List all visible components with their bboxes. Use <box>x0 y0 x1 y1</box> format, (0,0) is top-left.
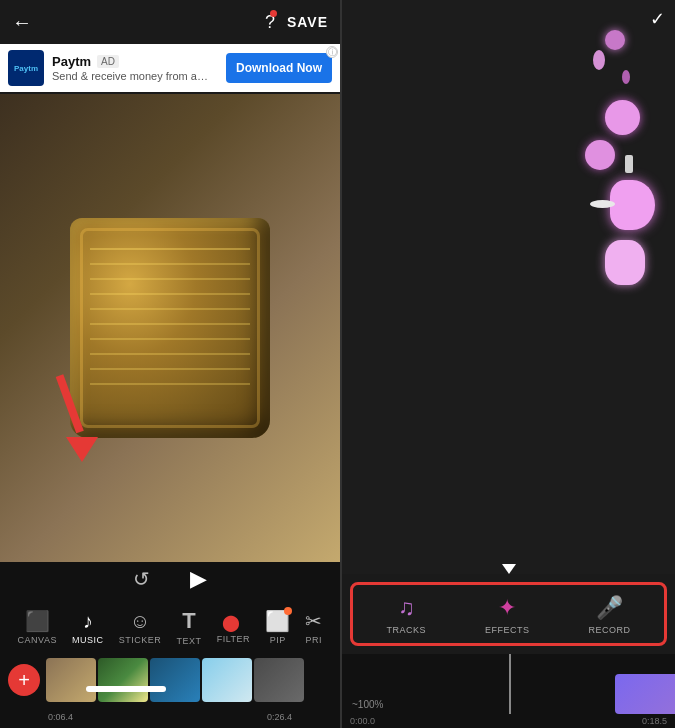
filter-label: FILTER <box>217 634 250 644</box>
record-label: RECORD <box>588 625 630 635</box>
text-label: TEXT <box>176 636 201 646</box>
music-bar <box>86 686 166 692</box>
video-preview <box>0 94 340 562</box>
time-end: 0:26.4 <box>267 712 292 722</box>
ad-logo: Paytm <box>8 50 44 86</box>
sticker-label: STICKER <box>119 635 162 645</box>
add-clip-button[interactable]: + <box>8 664 40 696</box>
right-timeline: ~100% <box>342 654 675 714</box>
ad-text: Paytm AD Send & receive money from any p… <box>52 54 226 82</box>
canvas-icon: ⬛ <box>25 609 50 633</box>
timeline: + <box>0 650 340 710</box>
save-button[interactable]: SAVE <box>287 14 328 30</box>
timeline-track <box>46 658 332 702</box>
tool-music[interactable]: ♪ MUSIC <box>66 606 110 649</box>
top-bar-right: ? SAVE <box>265 12 328 33</box>
left-panel: ← ? SAVE Paytm Paytm AD Send & receive m… <box>0 0 340 728</box>
top-bar: ← ? SAVE <box>0 0 340 44</box>
clip-thumb-2[interactable] <box>98 658 148 702</box>
tool-canvas[interactable]: ⬛ CANVAS <box>12 605 63 649</box>
ad-download-button[interactable]: Download Now <box>226 53 332 83</box>
text-icon: T <box>182 608 195 634</box>
effects-label: EFFECTS <box>485 625 530 635</box>
right-timeline-thumb[interactable] <box>615 674 675 714</box>
right-panel: ✓ ♫ TRACKS ✦ EFFECTS 🎤 RECORD ~100% <box>342 0 675 728</box>
right-controls-area: ♫ TRACKS ✦ EFFECTS 🎤 RECORD ~100% 0:00.0… <box>342 574 675 728</box>
record-button[interactable]: 🎤 RECORD <box>588 595 630 635</box>
video-content <box>70 218 270 438</box>
confirm-button[interactable]: ✓ <box>650 8 665 30</box>
pri-icon: ✂ <box>305 609 322 633</box>
pip-dot <box>284 607 292 615</box>
tool-pip[interactable]: ⬜ PIP <box>259 605 296 649</box>
right-video-bg <box>342 0 675 574</box>
tool-sticker[interactable]: ☺ STICKER <box>113 606 168 649</box>
canvas-label: CANVAS <box>18 635 57 645</box>
undo-button[interactable]: ↺ <box>133 567 150 591</box>
record-icon: 🎤 <box>596 595 623 621</box>
music-label: MUSIC <box>72 635 104 645</box>
flower-1 <box>605 30 625 50</box>
flower-3 <box>605 100 640 135</box>
ad-badge: AD <box>97 55 119 68</box>
flower-6 <box>590 200 615 208</box>
help-button[interactable]: ? <box>265 12 275 33</box>
ad-info-icon[interactable]: ⓘ <box>326 46 338 58</box>
flower-5 <box>610 180 655 230</box>
tracks-icon: ♫ <box>398 595 415 621</box>
effects-button[interactable]: ✦ EFFECTS <box>485 595 530 635</box>
clip-thumb-4[interactable] <box>202 658 252 702</box>
toolbar-icons: ⬛ CANVAS ♪ MUSIC ☺ STICKER T TEXT ⬤ FILT… <box>0 604 340 650</box>
ad-title-row: Paytm AD <box>52 54 226 69</box>
sticker-icon: ☺ <box>130 610 150 633</box>
tool-filter[interactable]: ⬤ FILTER <box>211 606 256 648</box>
ad-subtitle: Send & receive money from any phone ... <box>52 70 212 82</box>
clip-thumb-1[interactable] <box>46 658 96 702</box>
ad-banner: Paytm Paytm AD Send & receive money from… <box>0 44 340 92</box>
clip-thumb-5[interactable] <box>254 658 304 702</box>
pri-label: PRI <box>306 635 323 645</box>
playhead-triangle <box>502 564 516 574</box>
controls-box: ♫ TRACKS ✦ EFFECTS 🎤 RECORD <box>350 582 667 646</box>
ad-company-name: Paytm <box>52 54 91 69</box>
back-button[interactable]: ← <box>12 11 32 34</box>
flower-4 <box>622 70 630 84</box>
flower-8 <box>605 240 645 285</box>
flowers-scene <box>342 0 675 574</box>
music-icon: ♪ <box>83 610 93 633</box>
tracks-label: TRACKS <box>386 625 426 635</box>
effects-icon: ✦ <box>498 595 516 621</box>
time-start: 0:06.4 <box>48 712 73 722</box>
bottom-toolbar: ⬛ CANVAS ♪ MUSIC ☺ STICKER T TEXT ⬤ FILT… <box>0 596 340 728</box>
pip-label: PIP <box>270 635 286 645</box>
notification-dot <box>270 10 277 17</box>
current-time: 0:00.0 <box>350 716 375 726</box>
zoom-level: ~100% <box>352 699 383 710</box>
clip-thumb-3[interactable] <box>150 658 200 702</box>
flower-stem <box>625 155 633 173</box>
play-button[interactable]: ▶ <box>190 566 207 592</box>
pip-icon: ⬜ <box>265 609 290 633</box>
time-display: 0:00.0 0:18.5 <box>342 714 675 728</box>
tracks-button[interactable]: ♫ TRACKS <box>386 595 426 635</box>
tool-pri[interactable]: ✂ PRI <box>299 605 328 649</box>
flower-7 <box>585 140 615 170</box>
right-video-preview: ✓ <box>342 0 675 574</box>
filter-icon: ⬤ <box>222 610 244 632</box>
video-frame <box>0 94 340 562</box>
playback-controls: ↺ ▶ <box>0 562 340 596</box>
playhead <box>502 564 516 574</box>
flower-2 <box>593 50 605 70</box>
total-duration: 0:18.5 <box>642 716 667 726</box>
timeline-playhead-line <box>509 654 511 714</box>
arrow-head <box>66 437 98 462</box>
ad-logo-text: Paytm <box>14 64 38 73</box>
tool-text[interactable]: T TEXT <box>170 604 207 650</box>
